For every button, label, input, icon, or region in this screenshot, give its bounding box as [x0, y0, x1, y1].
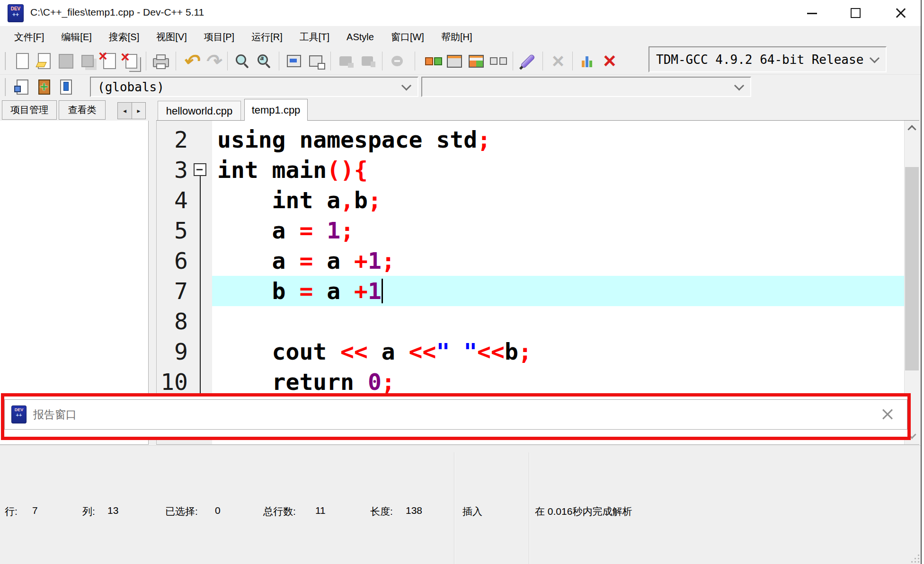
code-token: ;: [382, 369, 395, 395]
report-window-header: 报告窗口: [4, 399, 907, 430]
code-token: <<: [409, 338, 436, 365]
maximize-icon[interactable]: [851, 8, 861, 18]
view-report-icon[interactable]: [445, 51, 464, 71]
code-token: return: [217, 369, 368, 395]
line-number: 4: [157, 185, 188, 215]
open-file-icon[interactable]: [35, 51, 53, 71]
remove-from-project-icon[interactable]: [56, 77, 75, 97]
undo-icon[interactable]: [181, 51, 200, 71]
status-separator: [454, 452, 455, 564]
toolbar-separator: [513, 52, 513, 70]
menu-item-3[interactable]: 视图[V]: [148, 29, 195, 45]
menu-item-6[interactable]: 工具[T]: [291, 29, 338, 45]
save-all-icon: [78, 51, 97, 71]
fold-collapse-icon[interactable]: [194, 163, 206, 176]
menu-item-0[interactable]: 文件[F]: [6, 29, 53, 45]
code-token: <<: [340, 338, 368, 365]
print-icon[interactable]: [151, 51, 170, 71]
code-token: 1: [368, 247, 382, 274]
code-line-6: a = a +1;: [212, 246, 904, 276]
menu-item-8[interactable]: 窗口[W]: [382, 29, 433, 45]
editor-tab-helloworld[interactable]: helloworld.cpp: [158, 101, 241, 121]
member-select[interactable]: [421, 77, 751, 97]
menu-item-1[interactable]: 编辑[E]: [53, 29, 100, 45]
scroll-up-icon[interactable]: [905, 121, 919, 135]
add-to-project-icon[interactable]: [35, 77, 53, 97]
code-token: +: [354, 247, 368, 274]
editor-tab-temp1[interactable]: temp1.cpp: [244, 99, 308, 121]
delete-profile-icon[interactable]: [600, 51, 619, 71]
code-token: int a: [217, 187, 340, 213]
menu-item-2[interactable]: 搜索[S]: [100, 29, 148, 45]
status-value: 13: [107, 505, 118, 516]
scope-select-value: (globals): [98, 80, 164, 94]
toolbar-separator: [415, 52, 415, 70]
window-title: C:\C++_files\temp1.cpp - Dev-C++ 5.11: [30, 7, 204, 18]
view-hidden-icon[interactable]: [489, 51, 507, 71]
toolbar-grip[interactable]: [5, 78, 7, 96]
status-label: 列:: [82, 505, 95, 518]
line-number: 6: [157, 246, 188, 276]
status-insert-mode: 插入: [462, 505, 482, 518]
code-token: =: [299, 278, 313, 304]
tab-project-manager[interactable]: 项目管理: [2, 100, 57, 120]
code-line-8: [212, 306, 904, 336]
code-line-10: return 0;: [212, 367, 904, 397]
report-close-icon[interactable]: [880, 406, 896, 423]
menu-item-5[interactable]: 运行[R]: [243, 29, 291, 45]
view-float-icon[interactable]: [467, 51, 486, 71]
window-edge: [922, 0, 924, 564]
menu-item-4[interactable]: 项目[P]: [195, 29, 243, 45]
code-token: 1: [368, 278, 382, 304]
status-bar: 行:7列:13已选择:0总行数:11长度:138插入在 0.016秒内完成解析: [0, 445, 924, 564]
close-all-icon[interactable]: [122, 51, 141, 71]
menu-item-7[interactable]: AStyle: [338, 30, 382, 44]
scope-select[interactable]: (globals): [90, 77, 418, 97]
report-window-title: 报告窗口: [33, 407, 77, 422]
status-value: 138: [406, 505, 422, 516]
run-icon: [358, 51, 377, 71]
close-file-icon[interactable]: [100, 51, 119, 71]
code-token: a: [217, 247, 299, 274]
code-token: ;: [518, 338, 532, 365]
title-bar: C:\C++_files\temp1.cpp - Dev-C++ 5.11: [0, 0, 924, 26]
tab-class-browser[interactable]: 查看类: [59, 100, 106, 120]
find-icon[interactable]: [233, 51, 252, 71]
astyle-format-icon[interactable]: [518, 51, 537, 71]
close-icon[interactable]: [895, 8, 906, 19]
view-squares-icon[interactable]: [423, 51, 442, 71]
code-token: using namespace std: [217, 126, 477, 153]
minimize-icon[interactable]: [807, 13, 817, 14]
profile-analysis-icon[interactable]: [578, 51, 597, 71]
line-number: 8: [157, 306, 188, 336]
insert-window-icon[interactable]: [306, 51, 325, 71]
code-token: ;: [477, 126, 491, 153]
code-token: b: [217, 278, 299, 304]
toolbar-separator: [572, 52, 573, 70]
code-token: =: [299, 247, 313, 274]
replace-icon[interactable]: [255, 51, 274, 71]
line-number: 2: [157, 124, 188, 155]
code-token: a: [368, 338, 409, 365]
resize-grip[interactable]: [911, 554, 919, 563]
status-value: 7: [32, 505, 38, 516]
compile-icon: [336, 51, 355, 71]
menu-item-9[interactable]: 帮助[H]: [433, 29, 481, 45]
line-number: 10: [157, 367, 188, 397]
goto-window-icon[interactable]: [284, 51, 303, 71]
status-label: 长度:: [370, 505, 393, 518]
new-file-icon[interactable]: [13, 51, 32, 71]
window-border: [921, 0, 922, 564]
rebuild-icon: [388, 51, 407, 71]
code-token: b: [505, 338, 518, 365]
toolbar-grip[interactable]: [5, 52, 7, 70]
goto-bookmark-icon[interactable]: [13, 77, 32, 97]
code-token: +: [354, 278, 368, 304]
tab-scroll-right-icon[interactable]: ▸: [132, 102, 146, 119]
code-line-7: b = a +1: [212, 276, 904, 306]
line-number: 3: [157, 155, 188, 185]
tab-scroll-left-icon[interactable]: ◂: [117, 102, 132, 119]
compiler-select[interactable]: TDM-GCC 4.9.2 64-bit Release: [649, 46, 887, 72]
scrollbar-thumb[interactable]: [905, 167, 919, 370]
save-icon: [56, 51, 75, 71]
